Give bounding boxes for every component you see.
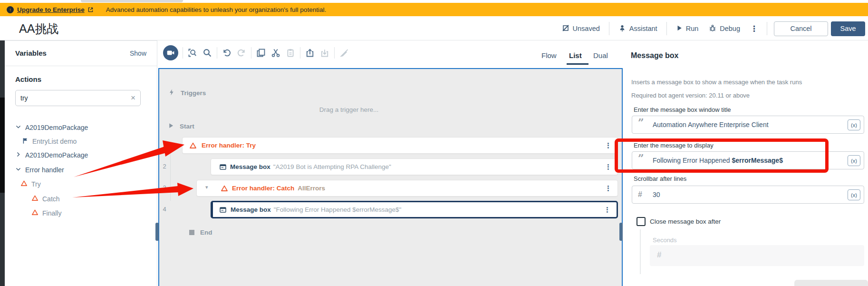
indent-line <box>640 229 641 274</box>
tree-item-label: Try <box>31 180 41 188</box>
tree-item-entrylist-demo[interactable]: EntryList demo <box>22 137 77 146</box>
action-inspector-panel: Message box Inserts a message box to sho… <box>623 41 868 286</box>
canvas-left-scrollbar-thumb[interactable] <box>155 223 159 241</box>
chevron-right-icon <box>15 151 21 159</box>
inspector-description: Inserts a message box to show a message … <box>631 79 802 86</box>
divider <box>217 47 217 59</box>
error-triangle-icon <box>31 195 39 203</box>
seconds-label: Seconds <box>653 237 677 244</box>
top-strip-fragment <box>81 0 183 2</box>
row-number: 3 <box>161 184 168 191</box>
start-label: Start <box>180 123 194 130</box>
upgrade-link[interactable]: Upgrade to Enterprise <box>17 6 85 13</box>
message-value-variable: $errorMessage$ <box>732 157 783 164</box>
row-label: Message box <box>230 163 270 170</box>
tree-item-finally[interactable]: Finally <box>31 208 61 218</box>
flow-row-error-handler-try[interactable]: Error handler: Try ⋮ <box>182 137 618 154</box>
error-triangle-icon <box>221 185 228 192</box>
recorder-button[interactable] <box>163 45 178 60</box>
run-icon <box>676 25 683 33</box>
triggers-row[interactable]: Triggers <box>168 89 206 98</box>
flow-row-message-box-1[interactable]: Message box "A2019 Bot is Attempting RPA… <box>211 158 618 175</box>
cut-scissors-icon[interactable] <box>270 48 281 58</box>
row-value-quote: "Following Error Happened $errorMessage$… <box>274 206 401 213</box>
title-bar: AA挑战 Unsaved Assistant Run <box>0 16 868 40</box>
variables-title: Variables <box>15 49 47 57</box>
row-kebab-icon[interactable]: ⋮ <box>604 206 611 214</box>
divider <box>251 47 251 59</box>
copy-icon[interactable] <box>256 48 266 58</box>
start-row[interactable]: Start <box>168 122 194 130</box>
sidebar: Variables Show Actions × A2019DemoPackag… <box>5 40 157 286</box>
flow-row-message-box-2-selected[interactable]: Message box "Following Error Happened $e… <box>211 201 618 218</box>
error-triangle-icon <box>20 180 28 188</box>
row-label: Error handler: Catch <box>232 185 294 192</box>
zoom-selection-icon[interactable] <box>187 48 198 58</box>
page-title: AA挑战 <box>19 21 58 37</box>
message-box-icon <box>219 206 227 214</box>
tree-item-label: EntryList demo <box>32 138 77 145</box>
assistant-label: Assistant <box>629 25 657 32</box>
cancel-button[interactable]: Cancel <box>774 21 828 36</box>
flow-list-canvas[interactable]: Triggers Drag a trigger here... Start 1 … <box>158 68 623 286</box>
undo-icon[interactable] <box>222 48 232 58</box>
save-button[interactable]: Save <box>831 21 865 36</box>
tab-list[interactable]: List <box>569 51 582 59</box>
divider <box>767 22 767 35</box>
variables-header: Variables Show <box>5 41 157 66</box>
app-window: ↑ Upgrade to Enterprise Advanced automat… <box>0 0 868 286</box>
variables-show-toggle[interactable]: Show <box>130 49 146 57</box>
row-kebab-icon[interactable]: ⋮ <box>605 141 612 150</box>
tree-item-package-2[interactable]: A2019DemoPackage <box>15 150 88 160</box>
canvas-right-scrollbar-thumb[interactable] <box>619 223 623 241</box>
tree-item-try[interactable]: Try <box>20 179 41 189</box>
collapse-caret-icon[interactable]: ▾ <box>205 184 208 190</box>
number-hash-icon: # <box>638 190 642 199</box>
assistant-button[interactable]: Assistant <box>618 24 657 33</box>
zoom-icon[interactable] <box>202 48 212 58</box>
tree-item-label: A2019DemoPackage <box>25 151 88 159</box>
actions-search-input[interactable] <box>20 90 125 106</box>
end-row[interactable]: End <box>189 229 212 236</box>
unsaved-label: Unsaved <box>573 25 600 32</box>
more-options-kebab-icon[interactable]: ⋮ <box>745 24 763 34</box>
number-hash-icon: # <box>657 250 661 260</box>
message-input[interactable]: ” Following Error Happened $errorMessage… <box>632 151 864 169</box>
divider <box>183 47 183 59</box>
lightning-icon <box>168 89 175 98</box>
paste-icon <box>285 48 296 58</box>
upload-icon[interactable] <box>305 48 315 58</box>
tree-item-label: Finally <box>42 209 61 217</box>
start-triangle-icon <box>168 122 174 130</box>
debug-button[interactable]: Debug <box>709 24 740 33</box>
error-triangle-icon <box>189 142 197 149</box>
tab-dual[interactable]: Dual <box>593 51 608 59</box>
row-kebab-icon[interactable]: ⋮ <box>605 163 612 171</box>
insert-variable-button[interactable]: (x) <box>848 155 860 166</box>
assistant-icon <box>618 24 626 33</box>
field-label-window-title: Enter the message box window title <box>634 106 731 113</box>
unsaved-status: Unsaved <box>562 24 600 33</box>
quote-icon: ” <box>638 152 644 164</box>
close-after-checkbox[interactable] <box>637 217 646 226</box>
unsaved-icon <box>562 24 569 33</box>
row-kebab-icon[interactable]: ⋮ <box>605 184 612 193</box>
upgrade-banner: ↑ Upgrade to Enterprise Advanced automat… <box>0 3 868 16</box>
tree-item-error-handler[interactable]: Error handler <box>15 165 64 175</box>
window-title-input[interactable]: ” Automation Anywhere Enterprise Client … <box>632 116 864 134</box>
tab-flow[interactable]: Flow <box>541 51 557 59</box>
insert-variable-button[interactable]: (x) <box>848 189 860 200</box>
close-after-label: Close message box after <box>650 218 721 225</box>
scrollbar-lines-input[interactable]: # 30 (x) <box>632 186 864 204</box>
run-button[interactable]: Run <box>676 25 699 33</box>
tree-item-package-1[interactable]: A2019DemoPackage <box>15 123 88 132</box>
clear-search-icon[interactable]: × <box>131 93 135 103</box>
quote-icon: ” <box>638 116 644 128</box>
flow-row-error-handler-catch[interactable]: Error handler: Catch AllErrors ⋮ <box>196 180 618 197</box>
field-label-scrollbar: Scrollbar after lines <box>634 175 686 182</box>
tree-item-catch[interactable]: Catch <box>31 194 60 204</box>
insert-variable-button[interactable]: (x) <box>848 119 860 130</box>
active-tab-underline <box>567 63 588 65</box>
collapse-caret-icon[interactable]: ▾ <box>172 141 175 148</box>
divider <box>300 47 300 59</box>
